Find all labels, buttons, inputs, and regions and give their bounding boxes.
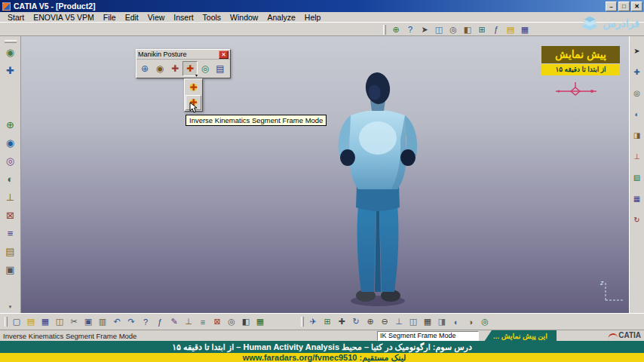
knowledge-fx-icon[interactable]: ƒ	[489, 23, 503, 35]
settings-icon[interactable]: ▣	[2, 262, 19, 277]
menu-item[interactable]: Analyze	[262, 13, 299, 22]
save-disk-icon[interactable]: ▦	[38, 316, 52, 328]
top-toolbar: ⊕?➤◫◎◧⊞ƒ▤▦	[0, 23, 644, 36]
menu-item[interactable]: Tools	[198, 13, 226, 22]
title-bar: CATIA V5 - [Product2] – □ ✕	[0, 0, 644, 12]
table-icon[interactable]: ▦	[253, 316, 267, 328]
rotate-icon[interactable]: ↻	[349, 316, 363, 328]
link-banner: لینک مستقیم: www.faradars.org/fvmec9510	[0, 353, 644, 362]
window-layout-icon[interactable]: ◫	[432, 23, 446, 35]
swap-visible-icon[interactable]: ◑	[464, 316, 477, 328]
annotation-icon[interactable]: ✎	[167, 316, 181, 328]
swap-space-icon[interactable]: ◨	[631, 130, 643, 140]
menu-item[interactable]: Window	[225, 13, 262, 22]
manikin-tool-icon[interactable]: ⊕	[389, 23, 403, 35]
open-folder-icon[interactable]: ▤	[24, 316, 38, 328]
new-manikin-icon[interactable]: ⊕	[2, 117, 19, 132]
axis-z-label: z	[600, 279, 604, 287]
link-label: لینک مستقیم:	[360, 353, 406, 362]
print-icon[interactable]: ◫	[53, 316, 66, 328]
axis-system-icon[interactable]: ⊥	[631, 151, 643, 161]
toolbar-grip[interactable]	[5, 40, 17, 43]
hide-show-icon[interactable]: ◐	[449, 316, 463, 328]
paste-icon[interactable]: ▥	[96, 316, 109, 328]
menu-item[interactable]: Edit	[121, 13, 143, 22]
manikin-posture-toolbar[interactable]: Manikin Posture ✕ ⊕◉✚✚◎▤	[136, 49, 231, 78]
measure-tool-icon[interactable]: ⊥	[2, 189, 19, 204]
pose-catalog-icon[interactable]: ▤	[213, 61, 228, 76]
minimize-button[interactable]: –	[606, 2, 617, 11]
normal-view-icon[interactable]: ⊥	[392, 316, 406, 328]
whats-this-icon[interactable]: ➤	[418, 23, 431, 35]
hide-show-icon[interactable]: ◐	[631, 109, 643, 119]
shading-icon[interactable]: ◨	[435, 316, 449, 328]
wireframe-icon[interactable]: ▦	[421, 316, 434, 328]
screen-capture-icon[interactable]: ◎	[478, 316, 492, 328]
help-icon[interactable]: ?	[139, 316, 152, 328]
palette-icon[interactable]: ▦	[631, 193, 643, 204]
toolbar-grip[interactable]	[301, 317, 304, 327]
menu-item[interactable]: View	[143, 13, 170, 22]
menu-item[interactable]: Insert	[169, 13, 198, 22]
save-disk-icon[interactable]: ▦	[518, 23, 532, 35]
select-arrow-icon[interactable]: ➤	[631, 45, 643, 56]
camera-view-icon[interactable]: ◎	[446, 23, 460, 35]
copy-icon[interactable]: ▣	[81, 316, 95, 328]
manikin-figure[interactable]	[331, 70, 425, 310]
ik-worksegment-frame-mode-icon[interactable]: ✚	[186, 80, 201, 95]
faradars-book-icon	[580, 14, 601, 32]
catalog-browser-icon[interactable]: ▤	[2, 244, 19, 259]
compass-tool-icon[interactable]: ✚	[2, 63, 19, 78]
menu-item[interactable]: Help	[300, 13, 326, 22]
help-icon[interactable]: ?	[403, 23, 417, 35]
toolbar-grip[interactable]	[383, 25, 386, 35]
undo-icon[interactable]: ↶	[110, 316, 124, 328]
graph-tree-icon[interactable]: ≡	[196, 316, 210, 328]
fit-all-in-icon[interactable]: ⊞	[320, 316, 334, 328]
new-file-icon[interactable]: ▢	[10, 316, 23, 328]
close-button[interactable]: ✕	[631, 2, 642, 11]
open-folder-icon[interactable]: ▤	[504, 23, 517, 35]
menu-item[interactable]: File	[99, 13, 121, 22]
reach-envelope-icon[interactable]: ◎	[2, 153, 19, 168]
menu-item[interactable]: Start	[3, 13, 29, 22]
viewport-3d[interactable]: z پیش نمایش از ابتدا تا دقیقه ۱۵ Manikin…	[21, 36, 629, 313]
3d-compass[interactable]	[553, 78, 601, 101]
measure-icon[interactable]: ⊥	[182, 316, 195, 328]
vision-window-icon[interactable]: ◐	[2, 171, 19, 186]
standard-pose-icon[interactable]: ◉	[152, 61, 167, 76]
viewpoint-icon[interactable]: ◎	[631, 87, 643, 98]
analysis-icon[interactable]: ≡	[2, 225, 19, 241]
workbench-icon[interactable]: ◉	[2, 44, 19, 60]
toolbar-grip[interactable]	[5, 317, 8, 327]
close-icon[interactable]: ✕	[219, 51, 228, 59]
inverse-kinematics-icon[interactable]: ✚	[182, 61, 198, 76]
toolbar-overflow-icon[interactable]: ▾	[9, 304, 12, 310]
zoom-out-icon[interactable]: ⊖	[378, 316, 391, 328]
catalog-icon[interactable]: ⊞	[475, 23, 489, 35]
course-link[interactable]: www.faradars.org/fvmec9510	[243, 353, 357, 362]
forward-kinematics-icon[interactable]: ✚	[167, 61, 182, 76]
film-icon[interactable]: ◧	[239, 316, 253, 328]
update-icon[interactable]: ↻	[631, 214, 643, 225]
fly-mode-icon[interactable]: ✈	[306, 316, 320, 328]
maximize-button[interactable]: □	[618, 2, 630, 11]
redo-icon[interactable]: ↷	[124, 316, 138, 328]
posture-editor-icon[interactable]: ⊕	[137, 61, 152, 76]
command-field[interactable]: IK Segment Frame Mode	[377, 331, 479, 341]
pan-icon[interactable]: ✚	[335, 316, 348, 328]
multi-view-icon[interactable]: ◫	[406, 316, 420, 328]
plane-icon[interactable]: ▧	[631, 172, 643, 183]
cut-icon[interactable]: ✂	[67, 316, 81, 328]
manikin-posture-titlebar[interactable]: Manikin Posture ✕	[136, 50, 230, 60]
posture-tool-icon[interactable]: ◉	[2, 135, 19, 150]
render-style-icon[interactable]: ◧	[461, 23, 474, 35]
zoom-in-icon[interactable]: ⊕	[363, 316, 377, 328]
knowledge-fx-icon[interactable]: ƒ	[153, 316, 167, 328]
smart-pick-icon[interactable]: ✚	[631, 66, 643, 77]
menu-item[interactable]: ENOVIA V5 VPM	[29, 13, 99, 22]
camera-icon[interactable]: ◎	[225, 316, 238, 328]
reach-mode-icon[interactable]: ◎	[198, 61, 213, 76]
lock-icon[interactable]: ⊠	[210, 316, 224, 328]
constraint-icon[interactable]: ⊠	[2, 207, 19, 222]
